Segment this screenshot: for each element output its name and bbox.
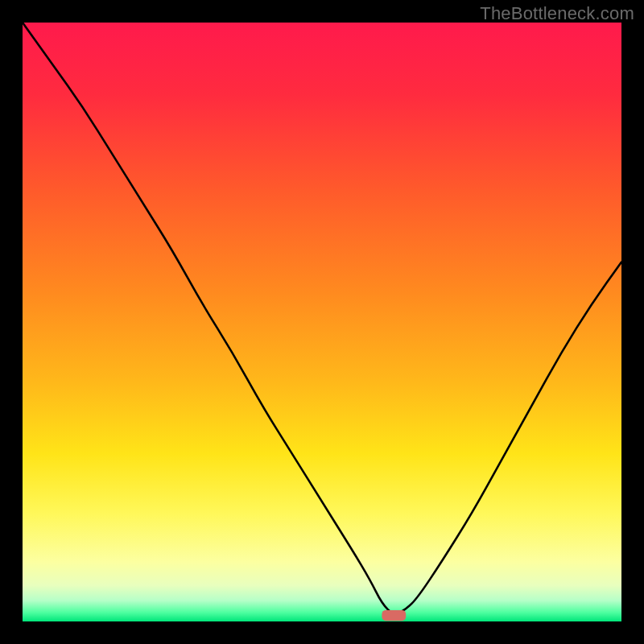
gradient-background [23, 23, 621, 621]
plot-area [23, 23, 621, 621]
minimum-marker [382, 610, 406, 621]
chart-frame: TheBottleneck.com [0, 0, 644, 644]
chart-svg [23, 23, 621, 621]
watermark-text: TheBottleneck.com [480, 3, 634, 24]
